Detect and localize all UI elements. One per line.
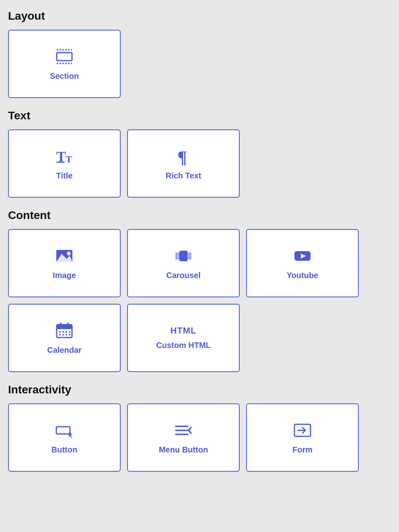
title-icon: T T <box>55 147 74 166</box>
layout-heading: Layout <box>8 10 391 23</box>
svg-point-22 <box>69 331 70 333</box>
image-label: Image <box>53 271 76 280</box>
content-heading: Content <box>8 209 391 222</box>
form-icon <box>293 421 312 440</box>
youtube-icon <box>293 247 312 265</box>
custom-html-icon: HTML <box>170 326 196 335</box>
svg-point-23 <box>59 334 61 336</box>
image-card[interactable]: Image <box>8 229 121 297</box>
rich-text-card[interactable]: ¶ Rich Text <box>127 129 240 198</box>
svg-rect-1 <box>57 53 72 61</box>
svg-rect-11 <box>175 252 179 260</box>
youtube-card[interactable]: Youtube <box>246 229 359 297</box>
calendar-card[interactable]: Calendar <box>8 304 121 372</box>
svg-point-21 <box>66 331 67 333</box>
text-grid: T T Title ¶ Rich Text <box>8 129 391 198</box>
rich-text-icon: ¶ <box>174 147 193 166</box>
svg-text:¶: ¶ <box>177 147 187 166</box>
custom-html-card[interactable]: HTML Custom HTML <box>127 304 240 372</box>
interactivity-heading: Interactivity <box>8 383 391 396</box>
title-card[interactable]: T T Title <box>8 129 121 198</box>
content-grid: Image Carousel <box>8 229 391 372</box>
html-text-label: HTML <box>170 326 196 335</box>
page-container: Layout Section Text T <box>8 10 391 472</box>
text-heading: Text <box>8 109 391 122</box>
section-icon <box>55 47 74 66</box>
menu-button-icon <box>174 421 193 440</box>
menu-button-label: Menu Button <box>159 445 208 454</box>
svg-rect-27 <box>56 427 70 434</box>
youtube-label: Youtube <box>287 271 319 280</box>
calendar-label: Calendar <box>47 346 82 355</box>
svg-marker-28 <box>69 432 72 438</box>
section-label: Section <box>50 72 79 81</box>
layout-grid: Section <box>8 30 391 98</box>
button-icon <box>55 421 74 440</box>
carousel-card[interactable]: Carousel <box>127 229 240 297</box>
calendar-icon <box>55 321 74 340</box>
svg-text:T: T <box>66 154 72 164</box>
svg-rect-10 <box>179 251 187 261</box>
form-card[interactable]: Form <box>246 403 359 472</box>
button-label: Button <box>51 445 77 454</box>
rich-text-label: Rich Text <box>166 171 202 180</box>
carousel-label: Carousel <box>166 271 201 280</box>
button-card[interactable]: Button <box>8 403 121 472</box>
svg-rect-12 <box>187 252 191 260</box>
svg-point-20 <box>62 331 64 333</box>
svg-point-26 <box>69 334 70 336</box>
custom-html-label: Custom HTML <box>156 341 211 350</box>
svg-point-19 <box>59 331 61 333</box>
image-icon <box>55 247 74 265</box>
svg-point-25 <box>66 334 67 336</box>
svg-point-24 <box>62 334 64 336</box>
svg-rect-16 <box>57 325 72 329</box>
carousel-icon <box>174 247 193 265</box>
form-label: Form <box>292 445 313 454</box>
menu-button-card[interactable]: Menu Button <box>127 403 240 472</box>
svg-point-9 <box>67 252 71 256</box>
title-label: Title <box>56 171 73 180</box>
interactivity-grid: Button Menu Button <box>8 403 391 472</box>
section-card[interactable]: Section <box>8 30 121 98</box>
